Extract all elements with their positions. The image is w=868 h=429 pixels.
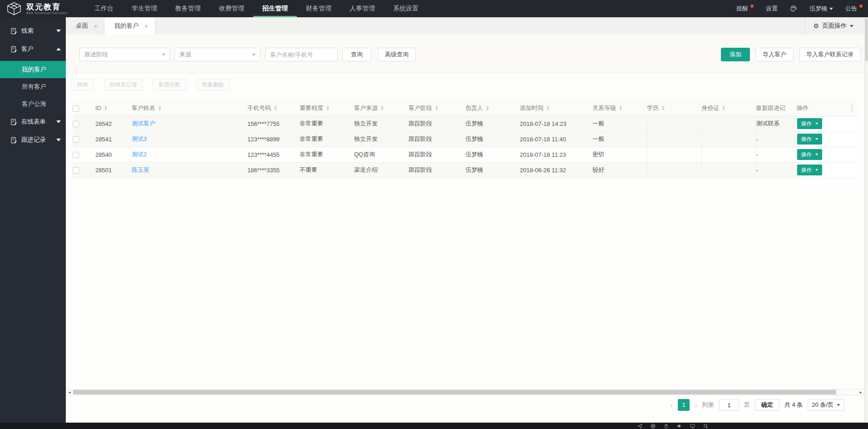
- page-size-select[interactable]: 20 条/页: [808, 399, 844, 411]
- alerts-button[interactable]: 提醒: [736, 5, 754, 13]
- sort-icon[interactable]: [381, 106, 384, 110]
- row-action-button[interactable]: 操作: [797, 118, 822, 129]
- column-header-relation[interactable]: 关系等级: [592, 100, 647, 116]
- theme-palette-icon[interactable]: [790, 5, 797, 12]
- row-checkbox[interactable]: [73, 167, 79, 174]
- stage-filter-select[interactable]: 跟进阶段: [79, 48, 170, 61]
- column-header-added-time[interactable]: 添加时间: [520, 100, 592, 116]
- nav-item-system-settings[interactable]: 系统设置: [384, 0, 428, 17]
- column-settings-icon[interactable]: ⋮: [842, 104, 855, 112]
- close-icon[interactable]: ×: [144, 23, 148, 30]
- nav-item-fee-mgmt[interactable]: 收费管理: [210, 0, 253, 17]
- nav-item-student-mgmt[interactable]: 学生管理: [123, 0, 166, 17]
- column-header-name[interactable]: 客户姓名: [132, 100, 247, 116]
- source-filter-select[interactable]: 来源: [174, 48, 261, 61]
- customer-name-link[interactable]: 测试3: [132, 135, 147, 142]
- nav-item-hr-mgmt[interactable]: 人事管理: [340, 0, 384, 17]
- query-button[interactable]: 查询: [342, 48, 371, 61]
- sort-icon[interactable]: [158, 106, 161, 110]
- send-icon[interactable]: [637, 424, 642, 429]
- bulk-actions-bar: 转移 转移至公海 集团分配 批量删除: [66, 73, 864, 90]
- row-checkbox[interactable]: [73, 121, 79, 127]
- page-number-current[interactable]: 1: [678, 399, 690, 411]
- row-checkbox[interactable]: [73, 136, 79, 143]
- page-ops-button[interactable]: ⚙ 页面操作: [804, 17, 864, 35]
- transfer-button[interactable]: 转移: [71, 79, 94, 90]
- select-all-checkbox[interactable]: [73, 105, 79, 112]
- column-header-education[interactable]: 学历: [647, 100, 701, 116]
- scrollbar-thumb[interactable]: [73, 390, 836, 394]
- display-icon[interactable]: [690, 424, 695, 429]
- tab-my-customers[interactable]: 我的客户 ×: [104, 17, 155, 35]
- nav-item-workbench[interactable]: 工作台: [85, 0, 123, 17]
- scroll-left-arrow[interactable]: ◂: [66, 389, 73, 395]
- group-assign-button[interactable]: 集团分配: [153, 79, 186, 90]
- scrollbar-track[interactable]: [73, 389, 857, 395]
- confirm-page-button[interactable]: 确定: [755, 399, 779, 411]
- row-action-button[interactable]: 操作: [797, 149, 822, 160]
- sort-icon[interactable]: [486, 106, 489, 110]
- close-icon[interactable]: ×: [94, 23, 98, 30]
- chevron-down-icon: [56, 120, 61, 123]
- sort-icon[interactable]: [722, 106, 725, 110]
- vertical-scrollbar[interactable]: [864, 17, 868, 423]
- notice-button[interactable]: 公告: [845, 5, 863, 13]
- sort-icon[interactable]: [619, 106, 622, 110]
- sort-icon[interactable]: [547, 106, 549, 110]
- browser-icon[interactable]: [651, 424, 656, 429]
- customer-name-link[interactable]: 陈玉英: [132, 166, 149, 173]
- column-header-source[interactable]: 客户来源: [354, 100, 409, 116]
- import-customers-button[interactable]: 导入客户: [755, 48, 794, 61]
- add-button[interactable]: 添加: [721, 48, 750, 61]
- tab-desktop[interactable]: 桌面 ×: [66, 17, 104, 35]
- next-page-button[interactable]: ›: [695, 401, 697, 409]
- sort-icon[interactable]: [274, 106, 277, 110]
- transfer-to-pool-button[interactable]: 转移至公海: [104, 79, 143, 90]
- row-checkbox[interactable]: [73, 152, 79, 158]
- goto-page-input[interactable]: [719, 399, 739, 411]
- sidebar-item-customer-pool[interactable]: 客户公海: [0, 95, 66, 113]
- sort-icon[interactable]: [104, 106, 107, 110]
- scroll-right-arrow[interactable]: ▸: [857, 389, 864, 395]
- volume-icon[interactable]: [677, 424, 682, 429]
- search-input[interactable]: [265, 48, 338, 61]
- row-action-button[interactable]: 操作: [797, 165, 822, 175]
- logo[interactable]: 双元教育 BSB Vocational Education: [5, 2, 74, 15]
- import-contact-records-button[interactable]: 导入客户联系记录: [799, 48, 861, 61]
- sort-icon[interactable]: [435, 106, 438, 110]
- alert-dot: [750, 5, 754, 8]
- prev-page-button[interactable]: ‹: [671, 401, 673, 409]
- sidebar-item-leads[interactable]: 线索: [0, 22, 66, 40]
- settings-button[interactable]: 设置: [766, 5, 778, 13]
- column-header-id-card[interactable]: 身份证: [701, 100, 756, 116]
- customer-name-link[interactable]: 测试2: [132, 151, 147, 158]
- sidebar-item-customers[interactable]: 客户: [0, 40, 66, 58]
- sidebar-item-online-forms[interactable]: 在线表单: [0, 113, 66, 131]
- customer-name-link[interactable]: 测试客户: [132, 120, 155, 127]
- row-action-button[interactable]: 操作: [797, 134, 822, 145]
- column-header-importance[interactable]: 重要程度: [300, 100, 354, 116]
- search-icon[interactable]: [703, 424, 708, 429]
- column-header-stage[interactable]: 客户阶段: [409, 100, 465, 116]
- user-menu[interactable]: 伍梦楠: [809, 5, 833, 13]
- cell-source: 渠道介绍: [354, 162, 409, 178]
- nav-item-enrollment-mgmt[interactable]: 招生管理: [253, 0, 297, 17]
- sidebar-item-my-customers[interactable]: 我的客户: [0, 61, 66, 78]
- scrollbar-thumb[interactable]: [865, 18, 868, 61]
- sort-icon[interactable]: [662, 106, 665, 110]
- sort-icon[interactable]: [326, 106, 329, 110]
- column-header-phone[interactable]: 手机号码: [247, 100, 300, 116]
- column-header-id[interactable]: ID: [95, 100, 132, 116]
- cell-owner: 伍梦楠: [465, 147, 520, 162]
- column-header-owner[interactable]: 负责人: [465, 100, 520, 116]
- trash-icon[interactable]: [664, 424, 669, 429]
- sidebar-item-follow-records[interactable]: 跟进记录: [0, 131, 66, 149]
- sidebar-item-all-customers[interactable]: 所有客户: [0, 78, 66, 95]
- batch-delete-button[interactable]: 批量删除: [196, 79, 230, 90]
- advanced-query-button[interactable]: 高级查询: [378, 48, 416, 61]
- chevron-down-icon: [815, 138, 818, 140]
- cell-id-card: [701, 116, 756, 131]
- nav-item-finance-mgmt[interactable]: 财务管理: [297, 0, 340, 17]
- horizontal-scrollbar[interactable]: ◂ ▸: [66, 389, 864, 395]
- nav-item-academic-mgmt[interactable]: 教务管理: [166, 0, 210, 17]
